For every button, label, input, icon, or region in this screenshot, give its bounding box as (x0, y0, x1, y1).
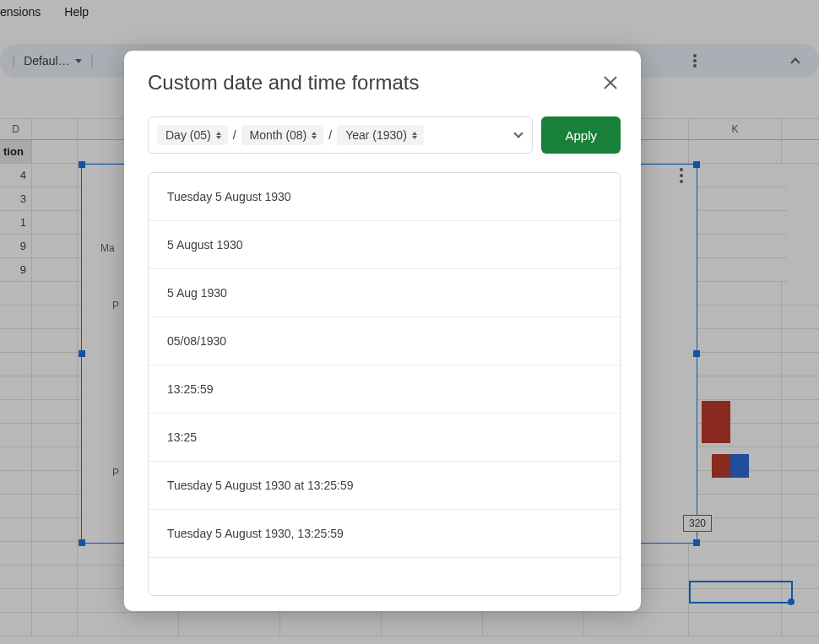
token-stepper-icon[interactable] (412, 132, 417, 139)
format-input[interactable]: Day (05) / Month (08) / Year (1930) (148, 116, 533, 154)
format-option[interactable]: Tuesday 5 August 1930, 13:25:59 (149, 510, 620, 558)
format-option[interactable]: Tuesday 5 August 1930 (149, 173, 620, 221)
dialog-header: Custom date and time formats (148, 71, 621, 95)
token-month[interactable]: Month (08) (241, 125, 324, 145)
token-label: Day (05) (165, 128, 211, 142)
format-option[interactable]: 05/08/1930 (149, 317, 620, 365)
close-icon[interactable] (600, 73, 621, 93)
token-stepper-icon[interactable] (216, 132, 221, 139)
token-label: Month (08) (250, 128, 307, 142)
format-option[interactable]: 5 August 1930 (149, 221, 620, 269)
format-option[interactable]: 13:25 (149, 414, 620, 462)
format-option[interactable]: 13:25:59 (149, 365, 620, 414)
format-options-list: Tuesday 5 August 1930 5 August 1930 5 Au… (148, 172, 621, 596)
token-stepper-icon[interactable] (312, 132, 317, 139)
format-list-scroll[interactable]: Tuesday 5 August 1930 5 August 1930 5 Au… (149, 173, 620, 595)
token-label: Year (1930) (345, 128, 407, 142)
separator: / (233, 128, 236, 142)
token-day[interactable]: Day (05) (157, 125, 228, 145)
dialog-title: Custom date and time formats (148, 71, 419, 95)
format-option[interactable]: Tuesday 5 August 1930 at 13:25:59 (149, 462, 620, 510)
custom-date-time-dialog: Custom date and time formats Day (05) / … (124, 51, 641, 611)
separator: / (328, 128, 332, 142)
apply-button[interactable]: Apply (541, 116, 621, 154)
format-builder-row: Day (05) / Month (08) / Year (1930) (148, 116, 621, 154)
add-token-dropdown-icon[interactable] (514, 128, 523, 138)
format-option[interactable]: 5 Aug 1930 (149, 269, 620, 317)
token-year[interactable]: Year (1930) (337, 125, 424, 145)
